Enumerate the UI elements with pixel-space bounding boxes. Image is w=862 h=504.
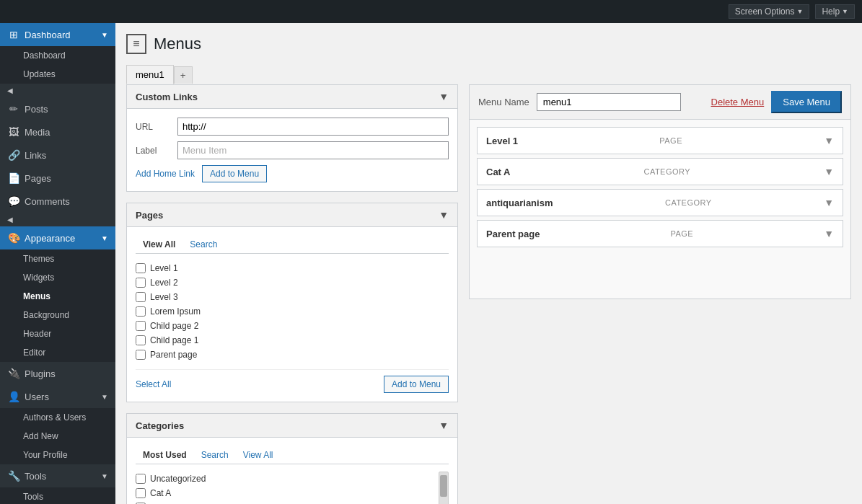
sidebar-item-editor[interactable]: Editor [0,343,115,362]
categories-list-container: Uncategorized Cat A Cat B Cat C [136,472,449,504]
sidebar-collapse-left[interactable]: ◀ [0,84,115,97]
media-icon: 🖼 [7,126,20,138]
left-panel: Custom Links ▼ URL Label Add [126,84,458,504]
categories-tab-view-all[interactable]: View All [236,446,281,464]
menu-item-arrow-level1[interactable]: ▼ [824,135,834,146]
menu-item-arrow-antiquarianism[interactable]: ▼ [824,197,834,208]
menu-item-arrow-cat-a[interactable]: ▼ [824,166,834,177]
pages-tab-view-all[interactable]: View All [136,236,182,253]
sidebar-item-header[interactable]: Header [0,324,115,343]
list-item: Child page 1 [136,333,449,348]
sidebar-item-dashboard-home[interactable]: Dashboard [0,46,115,65]
sidebar-item-media[interactable]: 🖼 Media [0,120,115,143]
sidebar-item-users[interactable]: 👤 Users ▼ [0,385,115,408]
dashboard-icon: ⊞ [7,29,20,40]
links-icon: 🔗 [7,149,20,161]
users-arrow-icon: ▼ [101,393,108,401]
pages-tab-search[interactable]: Search [182,236,224,253]
menu-item-parent-page[interactable]: Parent page PAGE ▼ [477,220,843,247]
list-item: Lorem Ipsum [136,304,449,319]
page-checkbox-level1[interactable] [136,263,146,273]
url-input[interactable] [177,118,449,136]
pages-add-to-menu-button[interactable]: Add to Menu [384,376,449,393]
cat-checkbox-uncategorized[interactable] [136,474,146,484]
add-home-link[interactable]: Add Home Link [136,169,195,179]
menu-tabs: menu1 + [126,65,851,84]
list-item: Level 1 [136,261,449,275]
sidebar-item-authors-users[interactable]: Authors & Users [0,408,115,427]
sidebar-item-updates[interactable]: Updates [0,65,115,84]
sidebar-item-tools[interactable]: 🔧 Tools ▼ [0,464,115,487]
screen-options-button[interactable]: Screen Options ▼ [729,4,810,19]
sidebar-item-your-profile[interactable]: Your Profile [0,446,115,464]
cat-checkbox-cat-a[interactable] [136,488,146,498]
main-content: ≡ Menus menu1 + Custom Links ▼ [115,23,862,504]
menu-item-type-parent-page: PAGE [670,229,693,238]
categories-list: Uncategorized Cat A Cat B Cat C [136,472,436,504]
url-row: URL [136,118,449,136]
tab-menu1[interactable]: menu1 [126,65,174,84]
pages-select-all[interactable]: Select All [136,379,171,389]
sidebar-item-plugins[interactable]: 🔌 Plugins [0,362,115,385]
page-checkbox-level3[interactable] [136,292,146,302]
tab-add-button[interactable]: + [174,66,193,84]
label-label: Label [136,146,172,156]
menu-item-label-level1: Level 1 [486,136,518,146]
dashboard-arrow-icon: ▼ [101,31,108,39]
custom-links-body: URL Label Add Home Link Add to Menu [127,109,457,191]
page-checkbox-lorem-ipsum[interactable] [136,306,146,317]
sidebar-item-add-new-user[interactable]: Add New [0,427,115,446]
sidebar-item-widgets[interactable]: Widgets [0,268,115,287]
menu-item-label-cat-a: Cat A [486,167,510,177]
sidebar-item-links[interactable]: 🔗 Links [0,143,115,167]
menu-item-antiquarianism[interactable]: antiquarianism CATEGORY ▼ [477,189,843,216]
page-checkbox-level2[interactable] [136,278,146,288]
tools-arrow-icon: ▼ [101,472,108,480]
list-item: Cat A [136,486,436,500]
sidebar-appearance-submenu: Themes Widgets Menus Background Header E… [0,249,115,362]
page-checkbox-parent-page[interactable] [136,350,146,360]
page-checkbox-child-page-2[interactable] [136,321,146,331]
add-to-menu-custom-button[interactable]: Add to Menu [202,165,267,182]
plugins-icon: 🔌 [7,368,20,379]
sidebar-item-dashboard[interactable]: ⊞ Dashboard ▼ [0,23,115,46]
sidebar-item-pages[interactable]: 📄 Pages [0,167,115,190]
list-item: Cat B [136,500,436,504]
sidebar-item-comments[interactable]: 💬 Comments [0,190,115,213]
help-button[interactable]: Help ▼ [815,4,855,19]
menu-name-input[interactable] [537,93,681,111]
categories-toggle[interactable]: ▼ [439,420,449,431]
menu-item-cat-a[interactable]: Cat A CATEGORY ▼ [477,158,843,185]
page-title: Menus [154,35,201,53]
menu-item-label-parent-page: Parent page [486,229,540,239]
delete-menu-button[interactable]: Delete Menu [711,92,765,112]
pages-toggle[interactable]: ▼ [439,209,449,221]
pages-icon: 📄 [7,172,20,184]
save-menu-button[interactable]: Save Menu [771,91,842,113]
menu-name-label: Menu Name [478,97,529,107]
panels-row: Custom Links ▼ URL Label Add [126,84,851,504]
sidebar-collapse-left-2[interactable]: ◀ [0,213,115,226]
label-input[interactable] [177,141,449,159]
categories-scrollbar[interactable] [439,472,449,504]
list-item: Level 3 [136,290,449,304]
categories-scrollbar-thumb[interactable] [440,475,447,497]
label-row: Label [136,141,449,159]
custom-links-toggle[interactable]: ▼ [439,91,449,102]
menu-header-bar: Menu Name Delete Menu Save Menu [469,84,851,119]
sidebar-item-background[interactable]: Background [0,306,115,324]
page-checkbox-child-page-1[interactable] [136,335,146,345]
appearance-icon: 🎨 [7,232,20,244]
categories-tab-most-used[interactable]: Most Used [136,446,194,464]
sidebar-item-menus[interactable]: Menus [0,287,115,306]
sidebar-item-themes[interactable]: Themes [0,249,115,268]
sidebar-item-posts[interactable]: ✏ Posts [0,97,115,120]
menu-item-arrow-parent-page[interactable]: ▼ [824,228,834,239]
sidebar-item-appearance[interactable]: 🎨 Appearance ▼ [0,226,115,249]
top-bar: Screen Options ▼ Help ▼ [0,0,862,23]
menu-item-level1[interactable]: Level 1 PAGE ▼ [477,127,843,154]
page-header: ≡ Menus [126,34,851,54]
menu-actions: Delete Menu Save Menu [711,91,842,113]
sidebar-item-tools-home[interactable]: Tools [0,487,115,504]
categories-tab-search[interactable]: Search [194,446,236,464]
